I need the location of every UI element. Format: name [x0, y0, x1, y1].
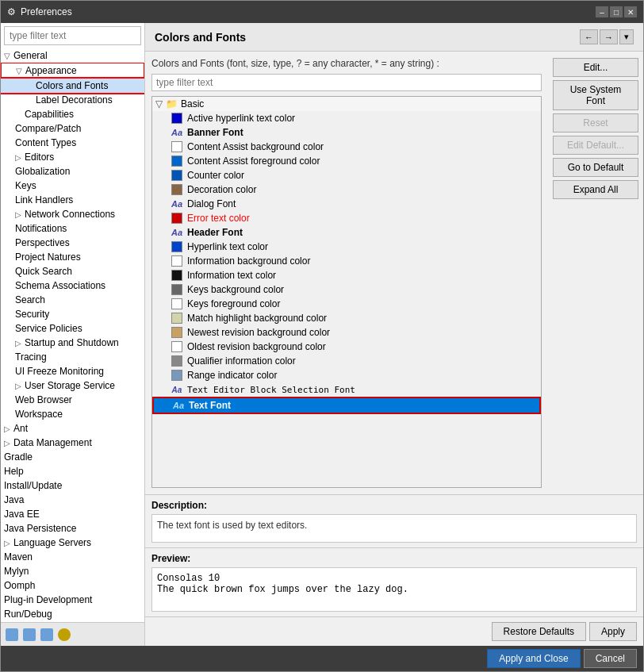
editors-label: Editors: [25, 152, 141, 163]
color-item-banner-font[interactable]: Aa Banner Font: [152, 125, 541, 140]
color-item-counter-color[interactable]: Counter color: [152, 168, 541, 182]
color-item-oldest-revision[interactable]: Oldest revision background color: [152, 340, 541, 354]
web-browser-label: Web Browser: [15, 394, 141, 405]
sidebar-item-capabilities[interactable]: Capabilities: [1, 107, 144, 121]
sidebar-filter-input[interactable]: [4, 26, 141, 45]
color-group-basic[interactable]: ▽ 📁 Basic: [152, 97, 541, 111]
sidebar-item-keys[interactable]: Keys: [1, 179, 144, 193]
maximize-button[interactable]: □: [610, 6, 623, 17]
use-system-font-button[interactable]: Use System Font: [553, 80, 638, 110]
oomph-label: Oomph: [4, 580, 141, 591]
sidebar-item-content-types[interactable]: Content Types: [1, 136, 144, 150]
decoration-label: Decoration color: [187, 184, 538, 195]
color-item-header-font[interactable]: Aa Header Font: [152, 225, 541, 240]
color-item-active-hyperlink[interactable]: Active hyperlink text color: [152, 111, 541, 125]
close-button[interactable]: ✕: [624, 6, 637, 17]
reset-button[interactable]: Reset: [553, 113, 638, 132]
java-label: Java: [4, 494, 141, 505]
sidebar-item-tracing[interactable]: Tracing: [1, 350, 144, 364]
nav-dropdown-button[interactable]: ▾: [619, 29, 634, 44]
sidebar-item-globalization[interactable]: Globalization: [1, 164, 144, 179]
cancel-button[interactable]: Cancel: [584, 649, 637, 668]
color-item-match-highlight[interactable]: Match highlight background color: [152, 311, 541, 325]
data-management-arrow: ▷: [4, 439, 13, 447]
restore-defaults-button[interactable]: Restore Defaults: [492, 622, 586, 641]
color-item-text-editor-block[interactable]: Aa Text Editor Block Selection Font: [152, 382, 541, 397]
edit-default-button[interactable]: Edit Default...: [553, 136, 638, 155]
sidebar-item-network-connections[interactable]: ▷ Network Connections: [1, 207, 144, 221]
decoration-swatch: [171, 184, 182, 195]
group-basic-label: Basic: [181, 98, 204, 109]
minimize-button[interactable]: –: [596, 6, 608, 17]
color-item-dialog-font[interactable]: Aa Dialog Font: [152, 197, 541, 211]
color-item-qualifier-info[interactable]: Qualifier information color: [152, 354, 541, 368]
sidebar-item-link-handlers[interactable]: Link Handlers: [1, 193, 144, 207]
info-bg-label: Information background color: [187, 255, 538, 267]
apply-button[interactable]: Apply: [589, 622, 637, 641]
sidebar-item-search[interactable]: Search: [1, 293, 144, 307]
sidebar-item-java[interactable]: Java: [1, 493, 144, 507]
sidebar-item-security[interactable]: Security: [1, 307, 144, 321]
color-item-content-assist-fg[interactable]: Content Assist foreground color: [152, 154, 541, 168]
sidebar-item-notifications[interactable]: Notifications: [1, 221, 144, 236]
go-to-default-button[interactable]: Go to Default: [553, 158, 638, 177]
color-item-info-text[interactable]: Information text color: [152, 268, 541, 282]
sidebar-item-data-management[interactable]: ▷ Data Management: [1, 436, 144, 450]
sidebar-item-appearance[interactable]: ▽ Appearance: [1, 63, 144, 79]
color-item-info-bg[interactable]: Information background color: [152, 254, 541, 268]
color-filter-input[interactable]: [151, 74, 542, 91]
sidebar-item-mylyn[interactable]: Mylyn: [1, 564, 144, 578]
sidebar-item-user-storage[interactable]: ▷ User Storage Service: [1, 378, 144, 393]
expand-all-button[interactable]: Expand All: [553, 180, 638, 199]
sidebar-item-schema-associations[interactable]: Schema Associations: [1, 278, 144, 293]
sidebar-item-quick-search[interactable]: Quick Search: [1, 264, 144, 278]
sidebar-item-colors-fonts[interactable]: Colors and Fonts: [1, 79, 144, 93]
sidebar-item-install-update[interactable]: Install/Update: [1, 478, 144, 493]
folder-icon: 📁: [166, 98, 178, 109]
color-item-range-indicator[interactable]: Range indicator color: [152, 368, 541, 382]
sidebar-info-icon[interactable]: [58, 628, 71, 641]
color-item-keys-bg[interactable]: Keys background color: [152, 282, 541, 297]
sidebar-item-general[interactable]: ▽ General: [1, 48, 144, 63]
sidebar-item-plugin-development[interactable]: Plug-in Development: [1, 593, 144, 607]
sidebar-item-run-debug[interactable]: Run/Debug: [1, 607, 144, 621]
sidebar-item-startup-shutdown[interactable]: ▷ Startup and Shutdown: [1, 336, 144, 350]
nav-forward-button[interactable]: →: [600, 29, 618, 44]
color-item-error-text[interactable]: Error text color: [152, 211, 541, 225]
sidebar-item-ant[interactable]: ▷ Ant: [1, 421, 144, 436]
sidebar-item-project-natures[interactable]: Project Natures: [1, 250, 144, 264]
color-item-decoration-color[interactable]: Decoration color: [152, 182, 541, 197]
color-item-hyperlink[interactable]: Hyperlink text color: [152, 240, 541, 254]
sidebar-item-java-ee[interactable]: Java EE: [1, 507, 144, 521]
nav-back-button[interactable]: ←: [580, 29, 598, 44]
sidebar-item-service-policies[interactable]: Service Policies: [1, 321, 144, 336]
color-item-keys-fg[interactable]: Keys foreground color: [152, 297, 541, 311]
sidebar-item-maven[interactable]: Maven: [1, 550, 144, 564]
content-assist-fg-swatch: [171, 156, 182, 167]
sidebar-item-help[interactable]: Help: [1, 464, 144, 478]
info-bg-swatch: [171, 255, 182, 267]
apply-and-close-button[interactable]: Apply and Close: [487, 649, 580, 668]
sidebar-item-web-browser[interactable]: Web Browser: [1, 393, 144, 407]
color-item-content-assist-bg[interactable]: Content Assist background color: [152, 140, 541, 154]
match-highlight-swatch: [171, 313, 182, 324]
sidebar-item-compare-patch[interactable]: Compare/Patch: [1, 121, 144, 136]
sidebar-item-label-decorations[interactable]: Label Decorations: [1, 93, 144, 107]
preview-section-label: Preview:: [151, 553, 637, 564]
sidebar-forward-icon[interactable]: [40, 628, 53, 641]
sidebar-back-icon[interactable]: [23, 628, 36, 641]
sidebar-item-ui-freeze[interactable]: UI Freeze Monitoring: [1, 364, 144, 378]
sidebar-item-language-servers[interactable]: ▷ Language Servers: [1, 536, 144, 550]
color-item-newest-revision[interactable]: Newest revision background color: [152, 325, 541, 340]
sidebar-item-editors[interactable]: ▷ Editors: [1, 150, 144, 164]
sidebar-item-workspace[interactable]: Workspace: [1, 407, 144, 421]
sidebar-item-oomph[interactable]: Oomph: [1, 578, 144, 593]
sidebar-item-java-persistence[interactable]: Java Persistence: [1, 521, 144, 536]
sidebar-home-icon[interactable]: [6, 628, 18, 641]
color-item-text-font[interactable]: Aa Text Font: [152, 397, 541, 414]
banner-font-icon: Aa: [171, 127, 182, 138]
sidebar-item-gradle[interactable]: Gradle: [1, 450, 144, 464]
sidebar-item-perspectives[interactable]: Perspectives: [1, 236, 144, 250]
edit-button[interactable]: Edit...: [553, 58, 638, 77]
description-section: Description: The text font is used by te…: [145, 494, 643, 547]
